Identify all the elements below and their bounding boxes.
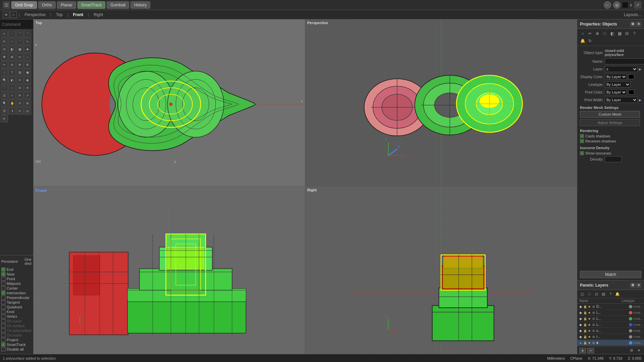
- target-button[interactable]: ◎: [613, 1, 621, 9]
- surface-tool[interactable]: ◧: [8, 46, 16, 53]
- grid-view-icon[interactable]: ⊞: [3, 11, 9, 18]
- layer-lock-icon-4[interactable]: 🔒: [583, 329, 587, 333]
- layer-lock-icon-3[interactable]: 🔒: [583, 323, 587, 327]
- layer-lock-icon-5[interactable]: 🔒: [583, 335, 587, 339]
- layer-row-4[interactable]: ◉ 🔒 ★ ⊙ s... Conti...: [577, 328, 644, 334]
- fillet-tool[interactable]: ⌒: [1, 84, 8, 92]
- layers-icon-2[interactable]: □: [586, 291, 592, 297]
- layer-mat-icon-4[interactable]: ⊙: [592, 329, 596, 333]
- dimension-tool[interactable]: ↕: [1, 69, 8, 76]
- grid-snap-button[interactable]: Grid Snap: [11, 1, 37, 9]
- scale-tool[interactable]: ↔: [24, 53, 31, 61]
- snap-vertex-checkbox[interactable]: [1, 314, 5, 318]
- layer-lock-icon-0[interactable]: 🔒: [583, 305, 587, 309]
- blend-tool[interactable]: ≋: [24, 84, 31, 92]
- layer-vis-icon-0[interactable]: ◉: [579, 305, 583, 309]
- layer-row-6[interactable]: ◉ 🔒 ★ ⊙ s Conti...: [577, 340, 644, 346]
- linetype-select[interactable]: By Layer: [605, 81, 631, 87]
- match-button[interactable]: Match: [580, 271, 641, 278]
- viewport-top[interactable]: Top: [34, 19, 305, 187]
- layers-chevron-icon[interactable]: ▾: [636, 283, 641, 288]
- layers-icon-1[interactable]: ◫: [579, 291, 585, 297]
- cage-tool[interactable]: ⊡: [1, 92, 8, 99]
- layers-settings-icon[interactable]: ⚙: [630, 283, 635, 288]
- offset-tool[interactable]: ⊖: [16, 84, 23, 92]
- snap-project[interactable]: Project: [1, 338, 32, 342]
- snap-intersection-checkbox[interactable]: [1, 291, 5, 295]
- props-settings-icon[interactable]: ⚙: [630, 21, 635, 27]
- prop-icon-bell[interactable]: 🔔: [579, 38, 586, 44]
- print-color-select[interactable]: By Layer: [605, 89, 627, 95]
- snap-perpendicular[interactable]: Perpendicular: [1, 296, 32, 300]
- prop-icon-environment[interactable]: □: [601, 30, 608, 37]
- history-button[interactable]: History: [130, 1, 150, 9]
- freeform-tool[interactable]: ∿: [24, 38, 31, 45]
- prop-icon-mesh[interactable]: ▦: [616, 30, 623, 37]
- command-input[interactable]: [2, 22, 31, 27]
- layer-tool[interactable]: ☰: [1, 107, 8, 115]
- layer-row-1[interactable]: ◉ 🔒 ★ ⊙ L... Conti...: [577, 310, 644, 316]
- snap-point[interactable]: Point: [1, 277, 32, 281]
- display-color-select[interactable]: By Layer: [605, 74, 627, 80]
- misc-tool-1[interactable]: ⊳: [1, 115, 8, 122]
- density-input[interactable]: 1: [605, 156, 622, 162]
- layer-color-icon-4[interactable]: ★: [587, 329, 591, 333]
- viewport-front[interactable]: Front: [34, 187, 305, 354]
- layer-lock-icon-6[interactable]: 🔒: [583, 341, 587, 345]
- snap-on-mesh[interactable]: On mesh: [1, 333, 32, 337]
- snap-intersection[interactable]: Intersection: [1, 291, 32, 295]
- layer-mat-icon-5[interactable]: ⊙: [592, 335, 596, 339]
- layer-vis-icon-5[interactable]: ◉: [579, 335, 583, 339]
- layer-vis-icon-1[interactable]: ◉: [579, 311, 583, 315]
- layer-color-icon-3[interactable]: ★: [587, 323, 591, 327]
- layer-select[interactable]: s: [605, 66, 638, 72]
- prop-icon-rotate[interactable]: ↻: [587, 38, 593, 44]
- layer-arrow[interactable]: ▸: [639, 66, 641, 72]
- prop-icon-texture[interactable]: ⊕: [594, 30, 601, 37]
- print-width-select[interactable]: By Layer: [605, 97, 638, 103]
- layer-row-5[interactable]: ◉ 🔒 ★ ⊙ r... Conti...: [577, 334, 644, 340]
- planar-button[interactable]: Planar: [57, 1, 76, 9]
- remove-layer-button[interactable]: −: [587, 348, 594, 353]
- snap-midpoint-checkbox[interactable]: [1, 282, 5, 286]
- zoom-ext-tool[interactable]: ⊞: [24, 100, 31, 107]
- layer-color-icon-1[interactable]: ★: [587, 311, 591, 315]
- light-tool[interactable]: ☀: [16, 76, 23, 84]
- snap-end-checkbox[interactable]: [1, 267, 5, 272]
- undo-button[interactable]: ←: [604, 1, 611, 9]
- material-tool[interactable]: ◉: [24, 76, 31, 84]
- snap-knot-checkbox[interactable]: [1, 310, 5, 314]
- snap-center-checkbox[interactable]: [1, 286, 5, 290]
- gumball-button[interactable]: Gumball: [107, 1, 129, 9]
- casts-shadows-checkbox[interactable]: [580, 134, 584, 138]
- prop-icon-object[interactable]: ○: [579, 30, 586, 37]
- layer-vis-icon-6[interactable]: ◉: [579, 341, 583, 345]
- snap-disable-all[interactable]: Disable all: [1, 347, 32, 351]
- twist-tool[interactable]: ⟳: [16, 92, 23, 99]
- layer-mat-icon-1[interactable]: ⊙: [592, 311, 596, 315]
- layers-gear-icon[interactable]: ⚙: [629, 348, 635, 354]
- mirror-tool[interactable]: ⇔: [16, 53, 23, 61]
- circle-tool[interactable]: ○: [8, 38, 16, 45]
- snap-quadrant-checkbox[interactable]: [1, 305, 5, 309]
- props-close-icon[interactable]: ✕: [636, 21, 641, 27]
- layer-color-icon-2[interactable]: ★: [587, 317, 591, 321]
- single-view-icon[interactable]: □: [10, 11, 17, 18]
- snap-on-polysurface[interactable]: On polysurface: [1, 328, 32, 333]
- snap-smarttrack[interactable]: SmartTrack: [1, 343, 32, 347]
- receives-shadows-checkbox[interactable]: [580, 139, 584, 143]
- snap-center[interactable]: Center: [1, 286, 32, 290]
- layer-color-icon-6[interactable]: ★: [587, 341, 591, 345]
- snap-point-checkbox[interactable]: [1, 277, 5, 281]
- snap-near[interactable]: Near: [1, 272, 32, 276]
- layer-lock-icon-2[interactable]: 🔒: [583, 317, 587, 321]
- copy-tool[interactable]: ⊞: [8, 53, 16, 61]
- split-tool[interactable]: ⊘: [8, 61, 16, 68]
- layer-row-3[interactable]: ◉ 🔒 ★ ⊙ L... Conti...: [577, 322, 644, 328]
- layers-icon-5[interactable]: ?: [607, 291, 613, 297]
- prop-icon-light[interactable]: ?: [631, 30, 638, 37]
- rotate-view-tool[interactable]: ↺: [16, 100, 23, 107]
- viewport-right[interactable]: Right y z: [305, 187, 577, 354]
- layer-mat-icon-6[interactable]: ⊙: [592, 341, 596, 345]
- move-tool[interactable]: ✥: [1, 53, 8, 61]
